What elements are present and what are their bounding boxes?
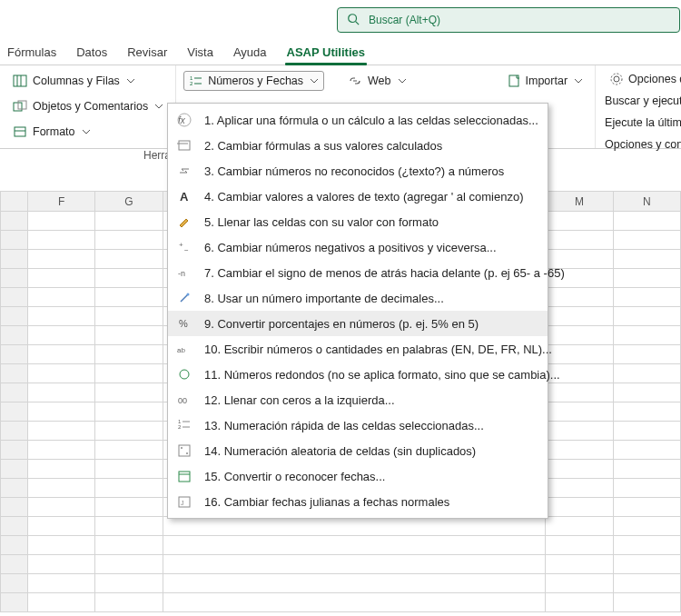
svg-point-28 — [180, 370, 189, 379]
objetos-comentarios-button[interactable]: Objetos y Comentarios — [7, 96, 168, 116]
svg-rect-37 — [179, 472, 190, 482]
svg-rect-18 — [179, 141, 190, 150]
link-icon — [348, 75, 362, 87]
svg-text:−: − — [184, 246, 189, 254]
ejecute-ultima-link[interactable]: Ejecute la última herrami — [605, 114, 681, 131]
opciones-config-link[interactable]: Opciones y configuración — [605, 136, 681, 153]
random-icon — [175, 442, 193, 459]
menu-item-8[interactable]: 8. Usar un número importante de decimale… — [168, 285, 548, 311]
web-button[interactable]: Web — [342, 71, 410, 91]
tab-revisar[interactable]: Revisar — [125, 42, 169, 65]
menu-item-14[interactable]: 14. Numeración aleatoria de celdas (sin … — [168, 438, 548, 463]
svg-point-25 — [187, 293, 190, 296]
leading-zeros-icon: 00 — [175, 392, 193, 408]
julian-icon: J — [175, 493, 193, 510]
brush-icon — [175, 214, 193, 230]
menu-item-6[interactable]: +− 6. Cambiar números negativos a positi… — [168, 234, 548, 260]
svg-text:ab: ab — [177, 346, 185, 354]
svg-point-0 — [349, 14, 357, 22]
list-numbers-icon: 12 — [190, 75, 202, 87]
menu-item-5[interactable]: 5. Llenar las celdas con su valor con fo… — [168, 209, 548, 234]
svg-text:A: A — [180, 190, 189, 204]
convert-icon — [175, 163, 193, 179]
menu-item-3[interactable]: 3. Cambiar números no reconocidos (¿text… — [168, 158, 548, 184]
svg-text:+: + — [179, 241, 183, 249]
tab-vista[interactable]: Vista — [185, 42, 215, 65]
svg-point-14 — [614, 76, 619, 82]
tab-ayuda[interactable]: Ayuda — [232, 42, 269, 65]
tab-formulas[interactable]: Fórmulas — [5, 42, 58, 65]
svg-rect-7 — [15, 127, 25, 136]
svg-text:-n: -n — [178, 269, 185, 278]
ribbon-tabs: Fórmulas Datos Revisar Vista Ayuda ASAP … — [0, 40, 681, 65]
fx-icon: fx — [175, 112, 193, 128]
search-icon — [347, 13, 360, 28]
text-a-icon: A — [175, 188, 193, 204]
chevron-down-icon — [155, 104, 163, 109]
menu-item-16[interactable]: J 16. Cambiar fechas julianas a fechas n… — [168, 489, 548, 514]
svg-line-24 — [181, 294, 188, 302]
svg-line-1 — [356, 21, 360, 25]
select-all-corner[interactable] — [1, 192, 28, 212]
svg-rect-2 — [14, 75, 26, 86]
formato-button[interactable]: Formato — [7, 122, 168, 142]
percent-icon: % — [175, 315, 193, 332]
tab-datos[interactable]: Datos — [74, 42, 109, 65]
svg-text:00: 00 — [178, 396, 187, 405]
columns-icon — [13, 75, 27, 87]
importar-button[interactable]: Importar — [502, 71, 588, 91]
minus-swap-icon: -n — [175, 264, 193, 281]
calendar-icon — [175, 468, 193, 484]
gear-icon — [610, 73, 623, 85]
numeros-fechas-menu: fx 1. Aplicar una fórmula o un cálculo a… — [167, 103, 548, 519]
buscar-ejecutar-link[interactable]: Buscar y ejecutar una utili — [605, 93, 681, 109]
svg-point-36 — [186, 452, 188, 454]
svg-text:J: J — [181, 500, 184, 506]
words-icon: ab — [175, 341, 193, 357]
title-bar: Buscar (Alt+Q) — [0, 0, 681, 40]
svg-point-15 — [611, 74, 622, 84]
col-header-f[interactable]: F — [28, 192, 95, 212]
col-header-m[interactable]: M — [546, 192, 613, 212]
round-icon — [175, 366, 193, 383]
chevron-down-icon — [399, 79, 406, 84]
svg-rect-34 — [179, 445, 190, 456]
menu-item-9[interactable]: % 9. Convertir porcentajes en números (p… — [168, 311, 548, 336]
columnas-filas-button[interactable]: Columnas y Filas — [7, 71, 168, 91]
col-header-g[interactable]: G — [95, 192, 163, 212]
ribbon-group-1: Columnas y Filas Objetos y Comentarios F… — [0, 65, 176, 148]
menu-item-11[interactable]: 11. Números redondos (no se aplica forma… — [168, 362, 548, 387]
menu-item-10[interactable]: ab 10. Escribir números o cantidades en … — [168, 336, 548, 362]
chevron-down-icon — [311, 79, 318, 84]
svg-text:2: 2 — [178, 424, 182, 430]
plusminus-icon: +− — [175, 239, 193, 255]
menu-item-2[interactable]: 2. Cambiar fórmulas a sus valores calcul… — [168, 133, 548, 158]
ribbon-group-3: Opciones de ASAP Utilitie Buscar y ejecu… — [596, 65, 681, 148]
menu-item-12[interactable]: 00 12. Llenar con ceros a la izquierda..… — [168, 387, 548, 412]
numbering-icon: 12 — [175, 417, 193, 433]
opciones-asap-button[interactable]: Opciones de ASAP Utilitie — [605, 71, 681, 87]
menu-item-13[interactable]: 12 13. Numeración rápida de las celdas s… — [168, 412, 548, 438]
wand-icon — [175, 290, 193, 306]
menu-item-1[interactable]: fx 1. Aplicar una fórmula o un cálculo a… — [168, 107, 548, 133]
import-icon — [508, 74, 520, 88]
search-box[interactable]: Buscar (Alt+Q) — [337, 7, 680, 33]
svg-point-35 — [181, 447, 183, 449]
values-icon — [175, 137, 193, 154]
svg-text:2: 2 — [190, 81, 193, 86]
chevron-down-icon — [127, 79, 134, 84]
objects-icon — [13, 100, 27, 113]
col-header-n[interactable]: N — [613, 192, 680, 212]
numeros-fechas-button[interactable]: 12 Números y Fechas — [183, 71, 324, 91]
menu-item-4[interactable]: A 4. Cambiar valores a valores de texto … — [168, 184, 548, 209]
chevron-down-icon — [83, 130, 90, 134]
menu-item-7[interactable]: -n 7. Cambiar el signo de menos de atrás… — [168, 260, 548, 285]
format-icon — [13, 125, 27, 138]
svg-text:%: % — [179, 318, 188, 329]
tab-asap-utilities[interactable]: ASAP Utilities — [285, 42, 367, 65]
chevron-down-icon — [575, 79, 582, 84]
search-placeholder: Buscar (Alt+Q) — [369, 14, 440, 26]
menu-item-15[interactable]: 15. Convertir o reconocer fechas... — [168, 463, 548, 489]
